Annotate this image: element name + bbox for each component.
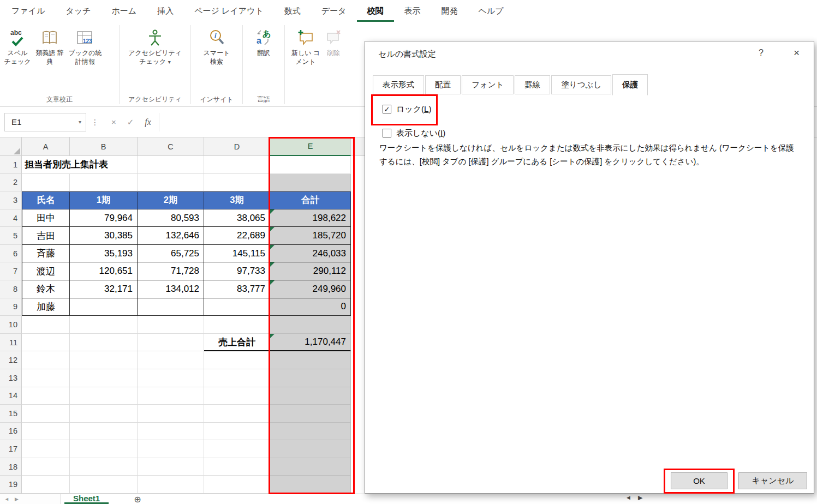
cell-B12[interactable] — [70, 351, 138, 369]
column-header-D[interactable]: D — [204, 137, 270, 156]
row-header-8[interactable]: 8 — [0, 280, 22, 298]
column-header-E[interactable]: E — [270, 137, 351, 156]
cell-A17[interactable] — [22, 440, 70, 458]
ribbon-tab-data[interactable]: データ — [311, 0, 357, 22]
cell-D1[interactable] — [204, 156, 270, 174]
scroll-left-icon[interactable]: ◄ — [625, 494, 631, 501]
lock-checkbox[interactable]: ✓ — [383, 105, 391, 113]
select-all-corner[interactable] — [0, 137, 22, 156]
ribbon-tab-view[interactable]: 表示 — [394, 0, 431, 22]
sheet-nav-left-icon[interactable]: ◄ — [4, 496, 9, 502]
cell-B18[interactable] — [70, 458, 138, 476]
ribbon-tab-help[interactable]: ヘルプ — [468, 0, 514, 22]
row-header-18[interactable]: 18 — [0, 458, 22, 476]
cell-C16[interactable] — [138, 423, 204, 441]
cell-B15[interactable] — [70, 405, 138, 423]
row-header-2[interactable]: 2 — [0, 174, 22, 192]
cell-D16[interactable] — [204, 423, 270, 441]
cell-D17[interactable] — [204, 440, 270, 458]
ribbon-tab-home[interactable]: ホーム — [101, 0, 147, 22]
formula-cancel-icon[interactable]: × — [111, 117, 116, 127]
cell-C2[interactable] — [138, 174, 204, 192]
cell-E10[interactable] — [270, 316, 351, 334]
cell-E17[interactable] — [270, 440, 351, 458]
row-header-7[interactable]: 7 — [0, 262, 22, 280]
cell-A15[interactable] — [22, 405, 70, 423]
dialog-help-icon[interactable]: ? — [759, 48, 764, 58]
cell-B2[interactable] — [70, 174, 138, 192]
cell-A5[interactable]: 吉田 — [22, 227, 70, 245]
row-header-4[interactable]: 4 — [0, 209, 22, 227]
cell-A19[interactable] — [22, 476, 70, 494]
cell-A4[interactable]: 田中 — [22, 209, 70, 227]
row-header-16[interactable]: 16 — [0, 423, 22, 441]
cell-D6[interactable]: 145,115 — [204, 245, 270, 263]
smart-lookup-button[interactable]: i スマート 検索 — [199, 25, 234, 67]
row-header-17[interactable]: 17 — [0, 440, 22, 458]
ribbon-tab-file[interactable]: ファイル — [1, 0, 55, 22]
lock-checkbox-row[interactable]: ✓ ロック(L) — [383, 101, 431, 117]
cell-A6[interactable]: 斉藤 — [22, 245, 70, 263]
cell-C18[interactable] — [138, 458, 204, 476]
cell-E12[interactable] — [270, 351, 351, 369]
ribbon-tab-page-layout[interactable]: ページ レイアウト — [184, 0, 274, 22]
cell-B14[interactable] — [70, 387, 138, 405]
row-header-12[interactable]: 12 — [0, 351, 22, 369]
dialog-tab-border[interactable]: 罫線 — [515, 75, 550, 94]
cell-C8[interactable]: 134,012 — [138, 280, 204, 298]
column-header-F-partial[interactable] — [351, 137, 365, 156]
column-header-C[interactable]: C — [138, 137, 204, 156]
cell-C7[interactable]: 71,728 — [138, 262, 204, 280]
cell-A13[interactable] — [22, 369, 70, 387]
cell-E9[interactable]: 0 — [270, 298, 351, 316]
cell-C15[interactable] — [138, 405, 204, 423]
cell-C1[interactable] — [138, 156, 204, 174]
sheet-tab-sheet1[interactable]: Sheet1 — [64, 494, 109, 504]
row-header-9[interactable]: 9 — [0, 298, 22, 316]
cell-A7[interactable]: 渡辺 — [22, 262, 70, 280]
cell-D14[interactable] — [204, 387, 270, 405]
cell-B11[interactable] — [70, 334, 138, 352]
cell-D12[interactable] — [204, 351, 270, 369]
cell-D15[interactable] — [204, 405, 270, 423]
accessibility-check-button[interactable]: アクセシビリティ チェック ▾ — [126, 25, 184, 67]
hidden-checkbox[interactable] — [383, 129, 391, 137]
cell-B6[interactable]: 35,193 — [70, 245, 138, 263]
cell-E6[interactable]: 246,033 — [270, 245, 351, 263]
column-header-B[interactable]: B — [70, 137, 138, 156]
cell-D8[interactable]: 83,777 — [204, 280, 270, 298]
cell-B9[interactable] — [70, 298, 138, 316]
ribbon-tab-review[interactable]: 校閲 — [357, 0, 394, 22]
cell-E15[interactable] — [270, 405, 351, 423]
ribbon-tab-insert[interactable]: 挿入 — [147, 0, 184, 22]
cell-A18[interactable] — [22, 458, 70, 476]
dialog-tab-fill[interactable]: 塗りつぶし — [551, 75, 611, 94]
spell-check-button[interactable]: abc スペル チェック — [2, 25, 33, 67]
cell-A11[interactable] — [22, 334, 70, 352]
cell-D18[interactable] — [204, 458, 270, 476]
new-comment-button[interactable]: 新しい コメント — [287, 25, 324, 67]
scroll-right-icon[interactable]: ▶ — [638, 494, 642, 501]
ribbon-tab-formulas[interactable]: 数式 — [274, 0, 311, 22]
horizontal-scrollbar-arrows[interactable]: ◄ ▶ — [625, 494, 642, 501]
add-sheet-icon[interactable]: ⊕ — [134, 494, 141, 504]
cell-C4[interactable]: 80,593 — [138, 209, 204, 227]
row-header-5[interactable]: 5 — [0, 227, 22, 245]
cell-C10[interactable] — [138, 316, 204, 334]
cell-A8[interactable]: 鈴木 — [22, 280, 70, 298]
row-header-15[interactable]: 15 — [0, 405, 22, 423]
cell-A16[interactable] — [22, 423, 70, 441]
cell-D19[interactable] — [204, 476, 270, 494]
cell-C14[interactable] — [138, 387, 204, 405]
cell-D11[interactable]: 売上合計 — [204, 334, 270, 352]
cell-C19[interactable] — [138, 476, 204, 494]
cell-D2[interactable] — [204, 174, 270, 192]
cell-E8[interactable]: 249,960 — [270, 280, 351, 298]
cell-C9[interactable] — [138, 298, 204, 316]
row-header-6[interactable]: 6 — [0, 245, 22, 263]
cell-E5[interactable]: 185,720 — [270, 227, 351, 245]
row-header-14[interactable]: 14 — [0, 387, 22, 405]
cell-A12[interactable] — [22, 351, 70, 369]
row-header-13[interactable]: 13 — [0, 369, 22, 387]
ribbon-tab-developer[interactable]: 開発 — [431, 0, 468, 22]
